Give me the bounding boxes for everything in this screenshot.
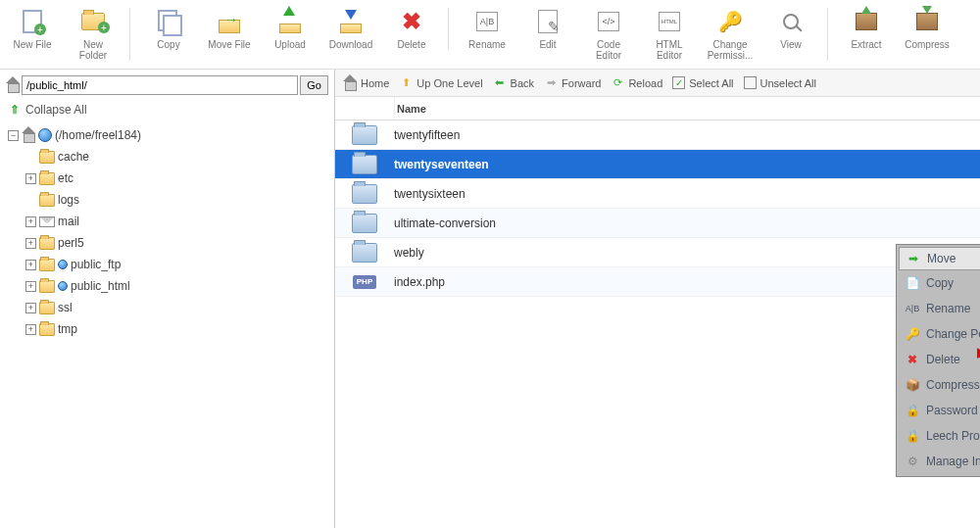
html-editor-button[interactable]: HTML HTML Editor — [647, 8, 692, 61]
right-pane: Home ⬆Up One Level ⬅Back ➡Forward ⟳Reloa… — [335, 70, 980, 528]
tree-item-perl5[interactable]: +perl5 — [25, 232, 328, 254]
copy-icon — [155, 8, 182, 35]
nav-reload[interactable]: ⟳Reload — [611, 76, 662, 90]
go-button[interactable]: Go — [300, 75, 328, 95]
search-icon — [777, 8, 805, 35]
grid-body: twentyfifteen twentyseventeen twentysixt… — [335, 120, 980, 528]
up-icon: ⬆ — [399, 76, 413, 90]
new-file-button[interactable]: + New File — [10, 8, 55, 61]
edit-icon — [534, 8, 562, 35]
tree-item-public-ftp[interactable]: +public_ftp — [25, 254, 328, 275]
download-icon — [337, 8, 365, 35]
file-plus-icon: + — [19, 8, 46, 35]
nav-up[interactable]: ⬆Up One Level — [399, 76, 482, 90]
upload-button[interactable]: Upload — [268, 8, 313, 50]
ctx-manage-indices[interactable]: ⚙Manage Indices — [899, 449, 980, 474]
folder-plus-icon: + — [79, 8, 107, 35]
tree-item-ssl[interactable]: +ssl — [25, 297, 328, 318]
tree-item-cache[interactable]: cache — [25, 146, 328, 168]
compress-icon: 📦 — [905, 377, 920, 393]
tree-item-logs[interactable]: logs — [25, 189, 328, 211]
table-row[interactable]: twentysixteen — [335, 179, 980, 209]
ctx-delete[interactable]: ✖Delete — [899, 347, 980, 372]
checkbox-icon — [744, 76, 757, 89]
globe-icon — [58, 281, 68, 291]
tree-item-etc[interactable]: +etc — [25, 168, 328, 189]
key-icon: 🔑 — [716, 8, 744, 35]
nav-forward[interactable]: ➡Forward — [544, 76, 601, 90]
nav-unselect-all[interactable]: Unselect All — [744, 76, 816, 89]
globe-icon — [58, 260, 68, 269]
ctx-change-permissions[interactable]: 🔑Change Permissions — [899, 321, 980, 347]
mail-icon — [39, 216, 55, 227]
folder-icon — [352, 243, 377, 263]
reload-icon: ⟳ — [611, 76, 624, 90]
folder-icon — [39, 151, 55, 164]
tree-item-tmp[interactable]: +tmp — [25, 318, 328, 340]
change-permissions-button[interactable]: 🔑 Change Permissi... — [708, 8, 753, 61]
grid-header-name-col[interactable]: Name — [394, 97, 980, 120]
extract-button[interactable]: Extract — [844, 8, 889, 50]
lock-icon: 🔒 — [905, 403, 920, 418]
copy-icon: 📄 — [905, 275, 920, 291]
folder-icon — [39, 237, 55, 250]
code-editor-button[interactable]: </> Code Editor — [586, 8, 631, 61]
move-file-button[interactable]: → Move File — [207, 8, 252, 50]
table-row[interactable]: PHP index.php — [335, 267, 980, 297]
edit-button[interactable]: Edit — [525, 8, 570, 61]
folder-tree: − (/home/freel184) cache +etc logs +mail… — [6, 124, 328, 340]
tree-item-mail[interactable]: +mail — [25, 211, 328, 232]
ctx-copy[interactable]: 📄Copy — [899, 270, 980, 296]
ctx-compress[interactable]: 📦Compress — [899, 372, 980, 398]
html-icon: HTML — [656, 8, 683, 35]
delete-button[interactable]: ✖ Delete — [389, 8, 434, 50]
table-row[interactable]: webly — [335, 238, 980, 267]
lock-icon: 🔒 — [905, 428, 920, 444]
ctx-password-protect[interactable]: 🔒Password Protect — [899, 398, 980, 423]
move-icon: ➡ — [906, 251, 921, 266]
upload-icon — [276, 8, 304, 35]
folder-icon — [39, 280, 55, 293]
collapse-all-button[interactable]: ⇑ Collapse All — [8, 103, 328, 117]
grid-header: Name — [335, 97, 980, 120]
tree-item-public-html[interactable]: +public_html — [25, 275, 328, 297]
copy-button[interactable]: Copy — [146, 8, 191, 50]
table-row[interactable]: ultimate-conversion — [335, 209, 980, 238]
tree-root[interactable]: − (/home/freel184) — [8, 124, 328, 146]
new-folder-button[interactable]: + New Folder — [71, 8, 116, 61]
php-icon: PHP — [353, 275, 376, 289]
nav-bar: Home ⬆Up One Level ⬅Back ➡Forward ⟳Reloa… — [335, 70, 980, 97]
home-icon — [6, 78, 20, 92]
delete-icon: ✖ — [905, 352, 920, 367]
context-menu: ➡Move 📄Copy A|BRename 🔑Change Permission… — [896, 244, 980, 477]
download-button[interactable]: Download — [328, 8, 373, 50]
nav-home[interactable]: Home — [343, 76, 389, 90]
folder-icon — [352, 184, 377, 204]
table-row[interactable]: twentyfifteen — [335, 120, 980, 150]
extract-icon — [853, 8, 880, 35]
folder-icon — [39, 259, 55, 271]
forward-icon: ➡ — [544, 76, 558, 90]
key-icon: 🔑 — [905, 326, 920, 342]
nav-back[interactable]: ⬅Back — [493, 76, 534, 90]
gear-icon: ⚙ — [905, 454, 920, 469]
move-icon: → — [216, 8, 243, 35]
folder-icon — [39, 302, 55, 314]
compress-button[interactable]: Compress — [905, 8, 950, 50]
folder-icon — [39, 323, 55, 336]
ctx-rename[interactable]: A|BRename — [899, 296, 980, 321]
home-icon — [343, 76, 357, 90]
table-row[interactable]: twentyseventeen — [335, 150, 980, 179]
code-icon: </> — [595, 8, 622, 35]
rename-button[interactable]: A|B Rename — [465, 8, 510, 61]
left-pane: Go ⇑ Collapse All − (/home/freel184) cac… — [0, 70, 335, 528]
ctx-move[interactable]: ➡Move — [899, 247, 980, 270]
delete-icon: ✖ — [398, 8, 425, 35]
path-input[interactable] — [22, 75, 298, 95]
ctx-leech-protect[interactable]: 🔒Leech Protect — [899, 423, 980, 449]
back-icon: ⬅ — [493, 76, 507, 90]
folder-icon — [39, 172, 55, 185]
view-button[interactable]: View — [768, 8, 813, 61]
main-toolbar: + New File + New Folder Copy → Move File… — [0, 0, 980, 70]
nav-select-all[interactable]: ✓Select All — [672, 76, 733, 89]
